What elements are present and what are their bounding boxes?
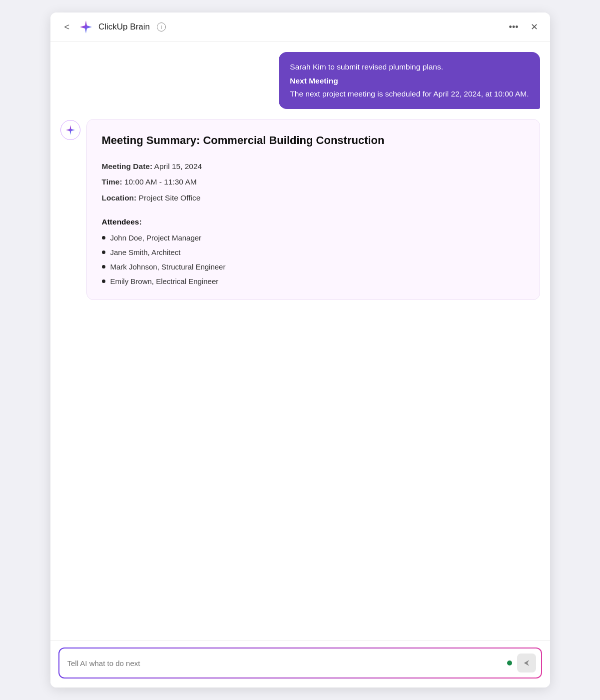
bullet-icon <box>102 250 105 254</box>
header-right: ••• ✕ <box>507 20 540 34</box>
status-dot <box>507 660 512 666</box>
user-message-line1: Sarah Kim to submit revised plumbing pla… <box>290 62 443 71</box>
chat-content[interactable]: Sarah Kim to submit revised plumbing pla… <box>50 42 550 640</box>
header: < ClickUp Brain i ••• ✕ <box>50 12 550 42</box>
meeting-location-row: Location: Project Site Office <box>102 192 525 204</box>
input-area <box>50 640 550 688</box>
meeting-date-value-text: April 15, 2024 <box>154 162 202 170</box>
attendee-name: Mark Johnson, Structural Engineer <box>110 262 226 271</box>
chat-input[interactable] <box>67 659 502 668</box>
meeting-card-title: Meeting Summary: Commercial Building Con… <box>102 134 525 148</box>
sparkle-icon <box>65 124 76 136</box>
clickup-brain-logo-icon <box>78 20 93 34</box>
attendee-name: Jane Smith, Architect <box>110 248 181 256</box>
header-left: < ClickUp Brain i <box>60 20 507 34</box>
user-message-bubble: Sarah Kim to submit revised plumbing pla… <box>279 52 540 109</box>
input-wrapper <box>58 648 542 678</box>
meeting-time-value-text: 10:00 AM - 11:30 AM <box>124 178 197 186</box>
meeting-time-label: Time: <box>102 178 122 186</box>
meeting-location-value-text: Project Site Office <box>139 194 201 202</box>
user-message-line2: The next project meeting is scheduled fo… <box>290 90 529 98</box>
bullet-icon <box>102 280 105 283</box>
back-button[interactable]: < <box>60 20 74 34</box>
list-item: John Doe, Project Manager <box>102 234 525 242</box>
chat-window: < ClickUp Brain i ••• ✕ <box>50 12 550 688</box>
meeting-time-row: Time: 10:00 AM - 11:30 AM <box>102 176 525 188</box>
attendees-section: Attendees: John Doe, Project Manager Jan… <box>102 218 525 286</box>
ai-avatar <box>60 120 80 140</box>
list-item: Emily Brown, Electrical Engineer <box>102 277 525 286</box>
meeting-meta: Meeting Date: April 15, 2024 Time: 10:00… <box>102 161 525 204</box>
close-button[interactable]: ✕ <box>529 20 540 34</box>
send-icon <box>522 658 531 668</box>
next-meeting-heading: Next Meeting <box>290 75 529 87</box>
bullet-icon <box>102 265 105 268</box>
send-button[interactable] <box>517 654 536 672</box>
meeting-location-label: Location: <box>102 194 137 202</box>
attendee-name: Emily Brown, Electrical Engineer <box>110 277 219 286</box>
list-item: Mark Johnson, Structural Engineer <box>102 262 525 271</box>
meeting-summary-card: Meeting Summary: Commercial Building Con… <box>86 119 540 300</box>
list-item: Jane Smith, Architect <box>102 248 525 256</box>
header-title: ClickUp Brain <box>98 22 150 32</box>
info-icon[interactable]: i <box>157 22 166 32</box>
meeting-date-label: Meeting Date: <box>102 162 153 170</box>
ai-response-row: Meeting Summary: Commercial Building Con… <box>60 119 540 300</box>
attendee-name: John Doe, Project Manager <box>110 234 202 242</box>
more-options-button[interactable]: ••• <box>507 20 521 34</box>
attendees-list: John Doe, Project Manager Jane Smith, Ar… <box>102 234 525 286</box>
attendees-heading: Attendees: <box>102 218 525 226</box>
bullet-icon <box>102 236 105 240</box>
meeting-date-row: Meeting Date: April 15, 2024 <box>102 161 525 172</box>
